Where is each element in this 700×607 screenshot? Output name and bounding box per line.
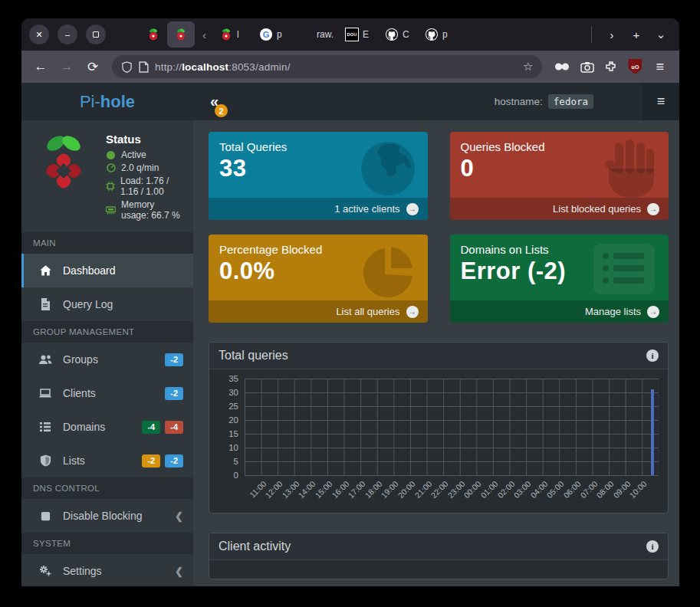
card-footer-link[interactable]: List blocked queries→: [450, 198, 669, 220]
hostname-value: fedora: [548, 94, 593, 109]
url-text[interactable]: http://localhost:8053/admin/: [155, 61, 517, 73]
y-axis-tick: 35: [219, 374, 238, 383]
info-icon[interactable]: i: [646, 540, 659, 553]
hostname: hostname: fedora: [495, 94, 593, 109]
card-domains-on-lists: Domains on ListsError (-2)Manage lists→: [450, 235, 669, 323]
bookmark-star-icon[interactable]: ☆: [523, 60, 533, 74]
page-info-icon[interactable]: [139, 61, 149, 73]
y-axis-tick: 5: [219, 457, 238, 466]
panel-title: Client activity: [219, 540, 291, 553]
browser-tab[interactable]: raw.: [294, 21, 340, 48]
close-button[interactable]: ✕: [29, 25, 49, 44]
extensions-puzzle-icon[interactable]: [605, 61, 617, 73]
sidebar-item-groups[interactable]: Groups-2: [21, 343, 193, 376]
sidebar-item-lists[interactable]: Lists-2-2: [21, 444, 193, 477]
sidebar-item-disable-blocking[interactable]: Disable Blocking❮: [21, 499, 193, 533]
card-queries-blocked: Queries Blocked0List blocked queries→: [450, 132, 669, 220]
tab-scroll-left-button[interactable]: ‹: [195, 28, 214, 41]
sidebar-item-domains[interactable]: Domains-4-4: [21, 410, 193, 444]
browser-tab[interactable]: DOUE: [340, 21, 380, 48]
github-favicon: [386, 28, 398, 41]
count-badge: -2: [142, 454, 160, 468]
tab-label: l: [237, 29, 239, 40]
cpu-icon: [106, 182, 115, 191]
tab-label: p: [442, 29, 448, 40]
minimize-button[interactable]: –: [58, 25, 77, 44]
containers-mask-icon[interactable]: [554, 62, 570, 71]
tab-label: p: [277, 29, 282, 40]
sidebar-item-label: Lists: [63, 454, 85, 467]
card-footer-link[interactable]: 1 active clients→: [209, 198, 428, 220]
maximize-icon: [93, 31, 99, 38]
count-badge: -2: [165, 387, 183, 400]
arrow-right-icon: →: [406, 306, 419, 318]
count-badge: -4: [165, 421, 183, 434]
status-text: 2.0 q/min: [121, 162, 159, 173]
reload-button[interactable]: ⟳: [81, 55, 104, 78]
sidebar-item-clients[interactable]: Clients-2: [21, 376, 193, 410]
status-item: Active: [106, 149, 184, 160]
app-body: Status Active2.0 q/minLoad: 1.76 / 1.16 …: [21, 120, 679, 586]
google-favicon: G: [260, 28, 272, 41]
sidebar-item-label: Query Log: [63, 298, 113, 310]
file-icon: [38, 298, 53, 310]
sidebar-item-label: Groups: [63, 353, 98, 366]
none-favicon: [300, 28, 312, 41]
toolbar-extensions: uO ≡: [550, 59, 672, 75]
stop-icon: [38, 510, 53, 522]
sidebar-item-dashboard[interactable]: Dashboard: [21, 254, 193, 287]
pie-icon: [359, 242, 417, 300]
window-controls: ✕ –: [29, 25, 106, 44]
y-axis-tick: 10: [219, 443, 238, 452]
pihole-app: Pi-hole « 2 hostname: fedora ≡: [21, 83, 679, 586]
card-footer-link[interactable]: Manage lists→: [450, 300, 669, 323]
browser-tab[interactable]: [167, 21, 195, 48]
browser-window: ✕ – ‹lGpraw.DOUECp › + ⌄ ← → ⟳ http://lo…: [21, 18, 679, 586]
new-tab-button[interactable]: +: [626, 24, 647, 45]
memory-icon: [106, 206, 116, 215]
count-badge: -2: [165, 454, 183, 468]
chart-plot-area[interactable]: [245, 379, 659, 476]
sidebar-item-label: Dashboard: [63, 264, 116, 277]
url-bar[interactable]: http://localhost:8053/admin/ ☆: [112, 55, 542, 78]
total-queries-chart[interactable]: 05101520253035 11:0012:0013:0014:0015:00…: [219, 379, 659, 507]
sidebar-item-settings[interactable]: Settings❮: [21, 554, 193, 586]
forward-button[interactable]: →: [55, 55, 78, 78]
browser-tab[interactable]: C: [380, 21, 419, 48]
query-bar[interactable]: [651, 389, 654, 475]
menu-section-header: MAIN: [21, 232, 193, 254]
shield-icon: [38, 454, 53, 467]
pihole-favicon: [175, 28, 187, 41]
info-icon[interactable]: i: [646, 349, 659, 362]
pihole-logo-text[interactable]: Pi-hole: [21, 83, 193, 120]
shield-permissions-icon[interactable]: [121, 61, 133, 73]
browser-tab[interactable]: [140, 21, 167, 48]
back-button[interactable]: ←: [29, 55, 52, 78]
tab-overflow-button[interactable]: ›: [601, 24, 623, 45]
menu-section-header: DNS CONTROL: [21, 477, 193, 499]
tab-label: C: [403, 29, 409, 40]
sidebar-item-query-log[interactable]: Query Log: [21, 287, 193, 321]
status-text: Load: 1.76 / 1.16 / 1.00: [120, 176, 184, 197]
app-menu-button[interactable]: ≡: [642, 83, 679, 120]
sidebar-collapse-button[interactable]: « 2: [210, 93, 219, 110]
browser-tab[interactable]: p: [419, 21, 459, 48]
card-footer-link[interactable]: List all queries→: [209, 300, 428, 323]
card-total-queries: Total Queries331 active clients→: [209, 132, 428, 220]
main-content: Total Queries331 active clients→Queries …: [193, 120, 679, 586]
y-axis-tick: 15: [219, 429, 238, 438]
tab-label: raw.: [317, 29, 334, 40]
ublock-origin-icon[interactable]: uO: [628, 59, 642, 74]
browser-tab[interactable]: Gp: [254, 21, 294, 48]
arrow-right-icon: →: [647, 203, 659, 215]
tab-strip: ‹lGpraw.DOUECp: [140, 18, 585, 51]
dot-icon: [106, 151, 116, 159]
screenshot-camera-icon[interactable]: [580, 61, 594, 73]
browser-menu-button[interactable]: ≡: [652, 59, 667, 75]
browser-tab[interactable]: l: [214, 21, 254, 48]
home-icon: [38, 264, 53, 277]
maximize-button[interactable]: [86, 25, 106, 44]
list-all-tabs-button[interactable]: ⌄: [650, 24, 672, 45]
chevron-left-icon: ❮: [175, 566, 183, 577]
card-footer-label: 1 active clients: [334, 203, 399, 215]
